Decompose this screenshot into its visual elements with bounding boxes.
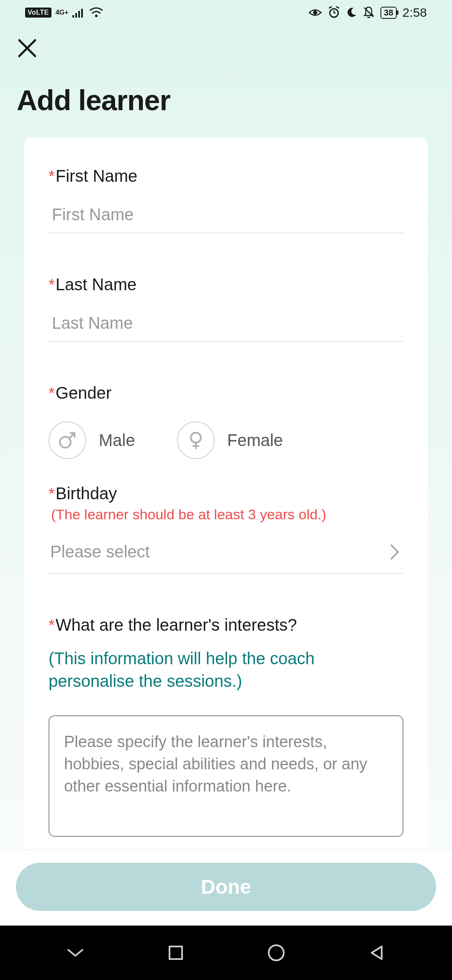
gender-option-male[interactable]: Male: [49, 421, 135, 459]
interests-label: *What are the learner's interests?: [49, 616, 403, 634]
svg-point-16: [191, 433, 201, 443]
gender-option-female[interactable]: Female: [177, 421, 283, 459]
moon-icon: [346, 7, 357, 18]
header: Add learner: [0, 25, 452, 137]
circle-icon: [267, 944, 285, 962]
volte-badge: VoLTE: [25, 8, 51, 18]
form-card: *First Name *Last Name *Gender Mal: [24, 137, 428, 850]
required-star: *: [49, 384, 55, 402]
eye-icon: [308, 8, 322, 17]
female-icon-circle: [177, 421, 215, 459]
nav-keyboard-down[interactable]: [63, 940, 88, 965]
svg-point-4: [95, 15, 98, 17]
bell-muted-icon: [363, 6, 375, 19]
network-indicator: 4G+: [56, 9, 69, 16]
female-label: Female: [227, 431, 283, 450]
square-icon: [167, 944, 184, 961]
chevron-right-icon: [389, 543, 400, 561]
first-name-label: *First Name: [49, 167, 403, 186]
nav-recent[interactable]: [163, 940, 188, 965]
system-nav-bar: [0, 926, 452, 980]
footer-bar: Done: [0, 850, 452, 926]
svg-point-20: [269, 945, 284, 960]
status-right: 38 2:58: [308, 5, 427, 20]
first-name-input[interactable]: [49, 200, 403, 233]
male-icon: [57, 430, 77, 450]
female-icon: [186, 430, 206, 450]
first-name-group: *First Name: [49, 167, 403, 233]
last-name-label: *Last Name: [49, 275, 403, 294]
svg-point-5: [313, 10, 317, 15]
birthday-select[interactable]: Please select: [49, 537, 403, 574]
alarm-icon: [328, 6, 340, 19]
gender-label: *Gender: [49, 384, 403, 402]
svg-line-9: [329, 7, 331, 8]
required-star: *: [49, 276, 55, 294]
birthday-placeholder: Please select: [50, 542, 150, 561]
svg-line-10: [336, 7, 339, 8]
nav-home[interactable]: [264, 940, 289, 965]
svg-rect-1: [75, 13, 77, 18]
status-bar: VoLTE 4G+: [0, 0, 452, 25]
nav-back[interactable]: [364, 940, 389, 965]
svg-point-14: [60, 437, 71, 448]
birthday-group: *Birthday (The learner should be at leas…: [49, 484, 403, 574]
interests-textarea[interactable]: [49, 715, 403, 837]
triangle-back-icon: [369, 944, 384, 961]
close-icon: [18, 39, 37, 58]
required-star: *: [49, 168, 55, 185]
close-button[interactable]: [17, 38, 38, 59]
interests-hint: (This information will help the coach pe…: [49, 647, 403, 692]
last-name-group: *Last Name: [49, 275, 403, 342]
gender-group: *Gender Male: [49, 384, 403, 459]
interests-group: *What are the learner's interests? (This…: [49, 616, 403, 838]
birthday-hint: (The learner should be at least 3 years …: [51, 506, 403, 523]
male-icon-circle: [49, 421, 86, 459]
svg-rect-2: [78, 11, 80, 18]
last-name-input[interactable]: [49, 309, 403, 342]
clock: 2:58: [403, 5, 427, 20]
required-star: *: [49, 485, 55, 503]
done-button[interactable]: Done: [16, 863, 436, 911]
svg-rect-0: [72, 15, 74, 18]
svg-rect-3: [81, 9, 83, 18]
status-left: VoLTE 4G+: [25, 7, 103, 18]
battery-indicator: 38: [380, 7, 396, 19]
signal-bars-icon: [72, 8, 85, 18]
chevron-down-icon: [65, 946, 86, 959]
male-label: Male: [99, 431, 135, 450]
required-star: *: [49, 616, 55, 634]
svg-rect-19: [170, 946, 182, 959]
gender-options: Male Female: [49, 417, 403, 459]
wifi-icon: [89, 7, 103, 18]
birthday-label: *Birthday: [49, 484, 403, 503]
svg-marker-21: [372, 946, 382, 959]
page-title: Add learner: [17, 84, 435, 116]
